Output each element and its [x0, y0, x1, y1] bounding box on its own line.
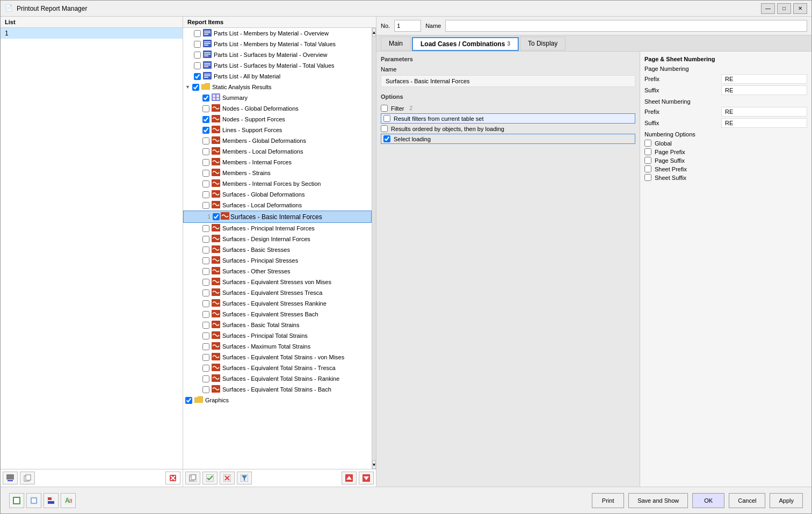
list-item[interactable]: Surfaces - Design Internal Forces: [183, 234, 372, 244]
no-input[interactable]: [394, 20, 421, 32]
report-check-button[interactable]: [202, 472, 218, 484]
list-item[interactable]: Parts List - Members by Material - Total…: [183, 39, 372, 49]
tab-load-cases[interactable]: Load Cases / Combinations 3: [412, 37, 519, 51]
item-checkbox[interactable]: [194, 30, 201, 37]
item-checkbox[interactable]: [194, 73, 201, 80]
list-item[interactable]: Surfaces - Other Stresses: [183, 266, 372, 277]
list-copy-button[interactable]: [20, 472, 35, 484]
close-button[interactable]: ✕: [793, 3, 807, 14]
report-uncheck-button[interactable]: [220, 472, 235, 484]
item-checkbox[interactable]: [202, 180, 209, 187]
list-item[interactable]: Surfaces - Basic Total Strains: [183, 320, 372, 330]
list-item[interactable]: Parts List - All by Material: [183, 71, 372, 82]
list-item[interactable]: Surfaces - Equivalent Total Strains - Ba…: [183, 384, 372, 395]
item-checkbox[interactable]: [202, 257, 209, 264]
minimize-button[interactable]: —: [761, 3, 775, 14]
sheet-suffix-input[interactable]: [721, 118, 807, 128]
item-checkbox[interactable]: [202, 148, 209, 155]
item-checkbox[interactable]: [202, 289, 209, 296]
item-checkbox[interactable]: [202, 311, 209, 318]
list-item[interactable]: Parts List - Members by Material - Overv…: [183, 28, 372, 39]
list-item[interactable]: Members - Internal Forces: [183, 157, 372, 168]
page-suffix-input[interactable]: [721, 85, 807, 95]
result-filters-checkbox[interactable]: [383, 115, 390, 122]
item-checkbox[interactable]: [202, 365, 209, 372]
list-item[interactable]: Members - Global Deformations: [183, 135, 372, 146]
item-checkbox[interactable]: [194, 62, 201, 69]
item-checkbox[interactable]: [194, 52, 201, 59]
item-checkbox[interactable]: [202, 191, 209, 198]
sheet-suffix2-checkbox[interactable]: [644, 174, 651, 181]
print-button[interactable]: Print: [592, 493, 624, 508]
item-checkbox[interactable]: [202, 354, 209, 361]
list-item[interactable]: Surfaces - Equivalent Stresses Rankine: [183, 298, 372, 309]
tab-to-display[interactable]: To Display: [520, 37, 566, 50]
list-item[interactable]: Surfaces - Maximum Total Strains: [183, 341, 372, 352]
list-item[interactable]: Surfaces - Equivalent Stresses von Mises: [183, 277, 372, 287]
item-checkbox[interactable]: [202, 247, 209, 254]
toolbar-btn3[interactable]: [44, 493, 59, 508]
list-item[interactable]: Lines - Support Forces: [183, 125, 372, 135]
item-checkbox[interactable]: [202, 137, 209, 144]
apply-button[interactable]: Apply: [770, 493, 803, 508]
toolbar-btn2[interactable]: [26, 493, 41, 508]
cancel-button[interactable]: Cancel: [729, 493, 765, 508]
list-item[interactable]: Surfaces - Basic Stresses: [183, 244, 372, 255]
item-checkbox[interactable]: [202, 279, 209, 286]
page-prefix-input[interactable]: [721, 74, 807, 84]
item-checkbox[interactable]: [202, 202, 209, 209]
item-checkbox[interactable]: [202, 236, 209, 243]
list-delete-button[interactable]: [165, 472, 180, 484]
ok-button[interactable]: OK: [692, 493, 724, 508]
item-checkbox[interactable]: [202, 322, 209, 329]
item-checkbox[interactable]: [202, 375, 209, 382]
item-checkbox[interactable]: [202, 116, 209, 123]
list-item[interactable]: Surfaces - Equivalent Total Strains - vo…: [183, 352, 372, 363]
maximize-button[interactable]: □: [777, 3, 791, 14]
toolbar-btn1[interactable]: [9, 493, 24, 508]
list-add-button[interactable]: [3, 472, 18, 484]
graphics-folder-item[interactable]: Graphics: [183, 395, 372, 406]
list-item[interactable]: Surfaces - Local Deformations: [183, 200, 372, 211]
item-checkbox[interactable]: [202, 300, 209, 307]
list-item[interactable]: Surfaces - Principal Internal Forces: [183, 223, 372, 234]
page-prefix2-checkbox[interactable]: [644, 148, 651, 155]
list-item[interactable]: Surfaces - Principal Total Strains: [183, 330, 372, 341]
report-up-button[interactable]: [342, 472, 357, 484]
item-checkbox[interactable]: [202, 343, 209, 350]
global-checkbox[interactable]: [644, 140, 651, 147]
selected-report-item[interactable]: 1 Surfaces - Basic Internal Forces: [183, 211, 372, 223]
item-checkbox[interactable]: [202, 170, 209, 177]
item-checkbox[interactable]: [202, 95, 209, 102]
list-item[interactable]: 1: [1, 28, 183, 39]
list-item[interactable]: Surfaces - Global Deformations: [183, 189, 372, 200]
item-checkbox[interactable]: [202, 159, 209, 166]
list-item[interactable]: Members - Internal Forces by Section: [183, 178, 372, 189]
list-item[interactable]: Nodes - Support Forces: [183, 114, 372, 125]
scroll-up[interactable]: ▲: [372, 28, 376, 37]
report-copy-button[interactable]: [185, 472, 200, 484]
list-item[interactable]: Surfaces - Principal Stresses: [183, 255, 372, 266]
item-checkbox[interactable]: [202, 268, 209, 275]
sheet-prefix-input[interactable]: [721, 107, 807, 117]
report-filter-button[interactable]: [237, 472, 252, 484]
name-input[interactable]: [445, 20, 807, 32]
item-checkbox[interactable]: [202, 127, 209, 134]
folder-item[interactable]: ▼ Static Analysis Results: [183, 82, 372, 92]
filter-checkbox[interactable]: [381, 105, 388, 112]
list-item[interactable]: Surfaces - Equivalent Stresses Bach: [183, 309, 372, 320]
item-checkbox[interactable]: [213, 213, 220, 220]
item-checkbox[interactable]: [202, 105, 209, 112]
toolbar-btn4[interactable]: Aa: [61, 493, 76, 508]
sheet-prefix2-checkbox[interactable]: [644, 165, 651, 172]
list-item[interactable]: Members - Strains: [183, 168, 372, 178]
item-checkbox[interactable]: [194, 41, 201, 48]
scroll-down[interactable]: ▼: [372, 460, 376, 469]
select-loading-checkbox[interactable]: [383, 135, 390, 142]
list-item[interactable]: Members - Local Deformations: [183, 146, 372, 157]
list-item[interactable]: Nodes - Global Deformations: [183, 103, 372, 114]
results-ordered-checkbox[interactable]: [381, 125, 388, 132]
list-item[interactable]: Surfaces - Equivalent Total Strains - Tr…: [183, 363, 372, 373]
list-item[interactable]: Parts List - Surfaces by Material - Over…: [183, 49, 372, 60]
folder-checkbox[interactable]: [185, 397, 192, 404]
